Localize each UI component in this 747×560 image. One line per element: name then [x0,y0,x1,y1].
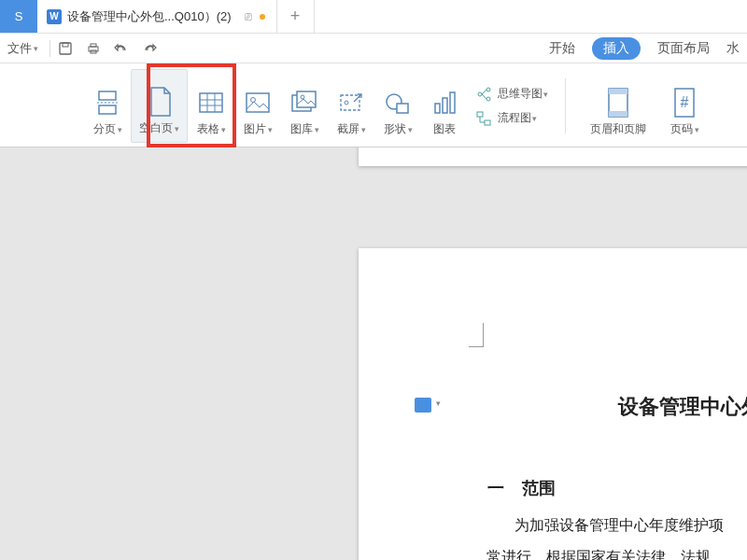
svg-rect-22 [435,104,440,113]
table-icon [196,88,226,118]
chart-button[interactable]: 图表 [421,69,468,143]
menu-insert[interactable]: 插入 [592,37,641,60]
print-icon [86,41,101,56]
screenshot-button[interactable]: 截屏 [328,69,374,143]
tab-bar: S W 设备管理中心外包...Q010）(2) ⎚ + [0,0,747,34]
save-icon [58,41,73,56]
page-number-button[interactable]: # 页码 [661,69,708,143]
svg-rect-18 [341,95,359,110]
screenshot-icon [336,88,366,118]
page-break-button[interactable]: 分页 [84,69,131,143]
menu-water[interactable]: 水 [726,40,740,57]
picture-button[interactable]: 图片 [234,69,281,143]
section-name: 范围 [522,477,556,499]
svg-point-27 [486,97,490,101]
blank-page-button[interactable]: 空白页 [131,69,188,143]
menu-layout[interactable]: 页面布局 [657,40,710,57]
header-footer-icon [603,88,633,118]
new-tab-button[interactable]: + [277,0,315,33]
current-page[interactable]: 设备管理中心外 一 范围 为加强设备管理中心年度维护项 常进行，根据国家有关法律… [359,248,747,560]
svg-text:#: # [681,94,689,110]
svg-rect-24 [450,92,455,113]
svg-point-14 [251,98,256,103]
svg-rect-23 [443,98,447,113]
shapes-button[interactable]: 形状 [374,69,421,143]
diagram-group: 思维导图 流程图 [468,69,556,143]
blank-page-icon [145,87,175,117]
save-button[interactable] [58,41,78,56]
body-line-1: 为加强设备管理中心年度维护项 [514,511,747,539]
ribbon-insert: 分页 空白页 表格 图片 图库 [0,63,747,147]
file-menu[interactable]: 文件▾ [4,40,42,57]
mindmap-icon [475,86,492,103]
quick-access-row: 文件▾ 开始 插入 页面布局 水 [0,34,747,63]
page-break-icon [92,88,122,118]
word-doc-icon: W [47,9,62,24]
svg-rect-8 [200,93,222,112]
redo-icon [142,41,157,56]
svg-rect-31 [609,89,627,94]
svg-rect-32 [609,111,627,117]
svg-point-25 [478,92,482,96]
svg-rect-28 [477,112,483,117]
unsaved-dot-icon [260,14,265,20]
document-tab-title: 设备管理中心外包...Q010）(2) [67,8,232,25]
document-title: 设备管理中心外 [618,393,747,421]
app-tab[interactable]: S [0,0,37,33]
svg-rect-13 [247,93,269,112]
svg-rect-21 [397,104,408,113]
mindmap-button[interactable]: 思维导图 [475,86,548,103]
flowchart-icon [475,110,492,127]
svg-rect-29 [485,120,490,125]
svg-point-19 [345,101,348,105]
picture-icon [243,88,273,118]
section-number: 一 [487,477,504,499]
svg-rect-16 [297,91,316,107]
svg-rect-5 [99,91,116,100]
body-line-2: 常进行，根据国家有关法律、法规、 [486,543,747,560]
svg-rect-0 [60,43,71,54]
redo-button[interactable] [142,41,162,56]
chart-icon [430,88,459,118]
page-number-icon: # [669,88,699,118]
document-area: 设备管理中心外 一 范围 为加强设备管理中心年度维护项 常进行，根据国家有关法律… [0,147,747,560]
svg-point-26 [486,88,490,91]
table-button[interactable]: 表格 [188,69,234,143]
gallery-icon [289,88,319,118]
flowchart-button[interactable]: 流程图 [475,110,548,127]
menu-start[interactable]: 开始 [549,40,575,57]
side-note-button[interactable] [415,398,431,413]
gallery-button[interactable]: 图库 [281,69,328,143]
header-footer-button[interactable]: 页眉和页脚 [575,69,661,143]
undo-button[interactable] [114,41,134,56]
shapes-icon [383,88,413,118]
undo-icon [114,41,129,56]
present-icon: ⎚ [245,9,252,23]
print-button[interactable] [86,41,106,56]
svg-rect-6 [99,105,116,114]
svg-rect-3 [91,44,96,47]
previous-page [359,147,747,166]
page-corner-mark [469,323,484,347]
document-tab[interactable]: W 设备管理中心外包...Q010）(2) ⎚ [37,0,277,33]
